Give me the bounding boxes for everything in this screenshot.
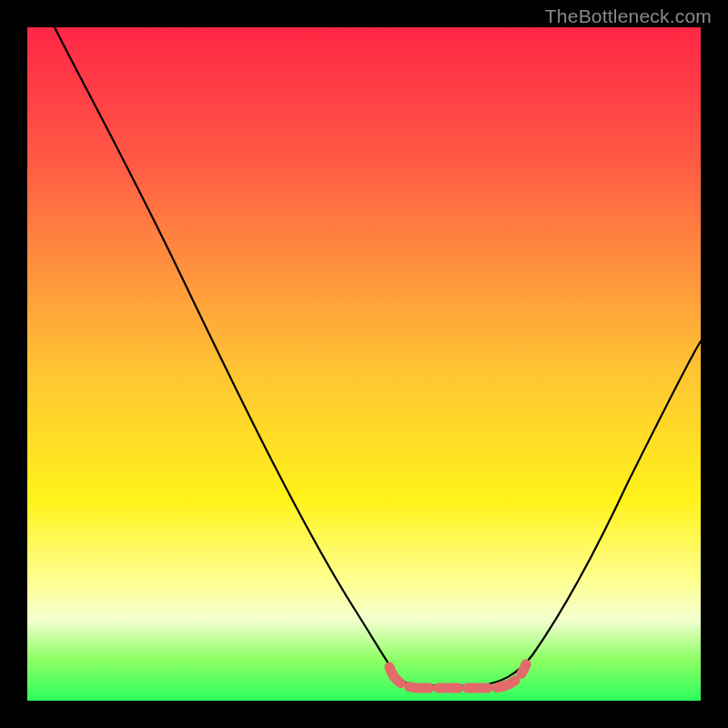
valley-marker — [389, 664, 526, 688]
curve-layer — [27, 27, 701, 701]
plot-area — [27, 27, 701, 701]
bottleneck-curve — [55, 27, 701, 686]
watermark-text: TheBottleneck.com — [545, 5, 712, 27]
chart-frame: TheBottleneck.com — [0, 0, 728, 728]
